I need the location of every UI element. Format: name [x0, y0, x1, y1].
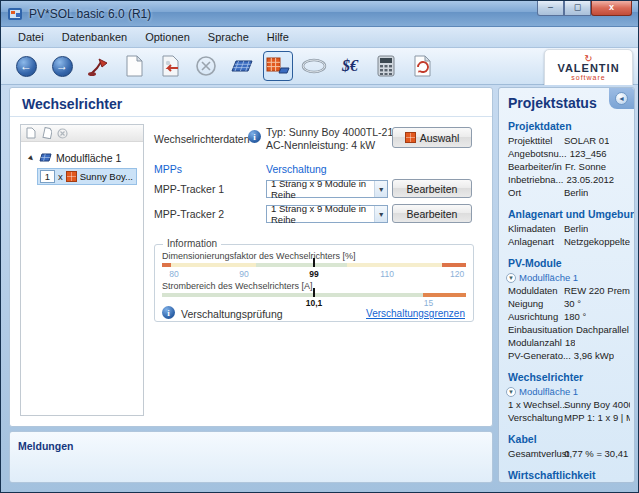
- main-toolbar: ← → $€ ↻ valentin: [1, 48, 638, 85]
- calculation-icon[interactable]: [371, 51, 401, 81]
- add-inverter-icon[interactable]: [25, 127, 36, 139]
- open-project-icon[interactable]: [155, 51, 185, 81]
- section-pv-module: PV-Module ▼Modulfläche 1 ModuldatenREW 2…: [508, 257, 630, 362]
- delete-inverter-icon[interactable]: [57, 128, 68, 139]
- section-title: Kabel: [508, 433, 630, 445]
- status-row: PV-Generato...3,96 kWp: [508, 349, 630, 362]
- wiring-label: Verschaltung: [266, 163, 327, 175]
- workspace: Wechselrichter ▼ Modulfläche 1 1 x: [1, 85, 638, 493]
- system-tree-panel: ▼ Modulfläche 1 1 x Sunny Boy...: [20, 124, 144, 416]
- status-row: Ausrichtung180 °: [508, 310, 630, 323]
- module-area-link[interactable]: ▼Modulfläche 1: [506, 271, 630, 284]
- sizing-factor-marker: [313, 258, 315, 267]
- pv-modules-icon[interactable]: [227, 51, 257, 81]
- tree-node-modulflaeche[interactable]: ▼ Modulfläche 1: [27, 152, 143, 164]
- tracker1-edit-button[interactable]: Bearbeiten: [392, 179, 472, 198]
- project-assistant-lamp-icon[interactable]: [83, 51, 113, 81]
- sizing-factor-label: Dimensionierungsfaktor des Wechselrichte…: [162, 251, 355, 261]
- inverter-item-label: Sunny Boy...: [80, 171, 133, 182]
- sidebar-collapse-button[interactable]: ◄: [609, 88, 634, 109]
- inverter-item-icon: [66, 171, 77, 182]
- tracker1-label: MPP-Tracker 1: [154, 183, 224, 195]
- menu-sprache[interactable]: Sprache: [199, 29, 258, 45]
- info-icon[interactable]: i: [162, 306, 175, 319]
- inverter-form: Wechselrichterdaten i Typ: Sunny Boy 400…: [152, 124, 486, 416]
- tracker2-edit-button[interactable]: Bearbeiten: [392, 204, 472, 223]
- report-icon[interactable]: [407, 51, 437, 81]
- menu-optionen[interactable]: Optionen: [136, 29, 199, 45]
- module-area-link[interactable]: ▼Modulfläche 1: [506, 385, 630, 398]
- status-row: 1 x Wechsel...Sunny Boy 4000TL-21: [508, 398, 630, 411]
- section-title: Wirtschaftlichkeit: [508, 469, 630, 481]
- section-title: Projektdaten: [508, 120, 630, 132]
- title-bar[interactable]: PV*SOL basic 6.0 (R1) – ◻ x: [1, 1, 638, 27]
- status-row: VerschaltungMPP 1: 1 x 9 | MPP ...: [508, 411, 630, 424]
- menu-datei[interactable]: Datei: [9, 29, 53, 45]
- forward-icon[interactable]: →: [47, 51, 77, 81]
- inverter-count-box[interactable]: 1: [40, 170, 55, 183]
- wiring-check-label: Verschaltungsprüfung: [181, 308, 283, 320]
- info-icon[interactable]: i: [248, 130, 261, 143]
- gauge-tick: 110: [380, 269, 394, 279]
- gauge-tick: 90: [239, 269, 248, 279]
- status-row: Inbetriebna...23.05.2012: [508, 173, 630, 186]
- status-row: OrtBerlin: [508, 186, 630, 199]
- page-title: Wechselrichter: [10, 88, 492, 117]
- gauge-tick: 80: [169, 269, 178, 279]
- inverter-data-label: Wechselrichterdaten: [154, 133, 250, 145]
- select-inverter-button[interactable]: Auswahl: [392, 127, 472, 148]
- current-range-label: Strombereich des Wechselrichters [A]: [162, 281, 312, 291]
- messages-title: Meldungen: [18, 440, 73, 452]
- app-window: PV*SOL basic 6.0 (R1) – ◻ x Datei Datenb…: [0, 0, 639, 493]
- menu-hilfe[interactable]: Hilfe: [258, 29, 298, 45]
- status-row: Bearbeiter/inFr. Sonne: [508, 160, 630, 173]
- section-anlagenart: Anlagenart und Umgebung KlimadatenBerlin…: [508, 208, 630, 248]
- section-kabel: Kabel Gesamtverlust0,77 % = 30,41 W: [508, 433, 630, 460]
- status-row: ModuldatenREW 220 Premium P...: [508, 284, 630, 297]
- wiring-limits-link[interactable]: Verschaltungsgrenzen: [366, 308, 465, 319]
- project-status-sidebar: ◄ Projektstatus Projektdaten Projekttite…: [498, 87, 635, 483]
- status-row: Gesamtverlust0,77 % = 30,41 W: [508, 447, 630, 460]
- gauge-current-value: 10,1: [306, 298, 323, 308]
- tracker1-wiring-select[interactable]: 1 Strang x 9 Module in Reihe ▼: [266, 180, 388, 198]
- module-area-icon: [39, 153, 52, 163]
- inverter-page: Wechselrichter ▼ Modulfläche 1 1 x: [9, 87, 493, 427]
- inverter-type-line: Typ: Sunny Boy 4000TL-21: [266, 126, 393, 138]
- new-project-icon[interactable]: [119, 51, 149, 81]
- gauge-current-value: 99: [309, 269, 318, 279]
- window-title: PV*SOL basic 6.0 (R1): [29, 7, 151, 21]
- tree-item-inverter[interactable]: 1 x Sunny Boy...: [37, 168, 137, 185]
- section-title: PV-Module: [508, 257, 630, 269]
- section-title: Wechselrichter: [508, 371, 630, 383]
- toggle-icon[interactable]: ▼: [506, 387, 516, 397]
- costs-icon[interactable]: $€: [335, 51, 365, 81]
- copy-inverter-icon[interactable]: [41, 127, 52, 139]
- close-project-icon[interactable]: [191, 51, 221, 81]
- minimize-button[interactable]: –: [537, 1, 564, 16]
- tracker2-wiring-select[interactable]: 1 Strang x 9 Module in Reihe ▼: [266, 205, 388, 223]
- back-icon[interactable]: ←: [11, 51, 41, 81]
- tree-expander-icon[interactable]: ▼: [25, 152, 37, 164]
- section-projektdaten: Projektdaten ProjekttitelSOLAR 01 Angebo…: [508, 120, 630, 199]
- section-wechselrichter: Wechselrichter ▼Modulfläche 1 1 x Wechse…: [508, 371, 630, 424]
- menu-datenbanken[interactable]: Datenbanken: [53, 29, 136, 45]
- gauge-tick: 120: [450, 269, 464, 279]
- maximize-button[interactable]: ◻: [564, 1, 591, 16]
- gauge-tick: 15: [424, 298, 433, 308]
- current-range-gauge: [162, 293, 466, 297]
- toggle-icon[interactable]: ▼: [506, 273, 516, 283]
- inverter-icon[interactable]: [263, 51, 293, 81]
- app-icon: [7, 6, 23, 22]
- dropdown-arrow-icon[interactable]: ▼: [374, 206, 387, 222]
- current-range-marker: [313, 288, 315, 297]
- menu-bar: Datei Datenbanken Optionen Sprache Hilfe: [1, 27, 638, 48]
- status-row: EinbausituationDachparallel: [508, 323, 630, 336]
- cables-icon[interactable]: [299, 51, 329, 81]
- status-row: Modulanzahl18: [508, 336, 630, 349]
- status-row: Neigung30 °: [508, 297, 630, 310]
- status-row: AnlagenartNetzgekoppelte PV-...: [508, 235, 630, 248]
- inverter-power-line: AC-Nennleistung: 4 kW: [266, 139, 375, 151]
- dropdown-arrow-icon[interactable]: ▼: [374, 181, 387, 197]
- close-button[interactable]: x: [591, 1, 632, 16]
- tree-root-label: Modulfläche 1: [56, 152, 121, 164]
